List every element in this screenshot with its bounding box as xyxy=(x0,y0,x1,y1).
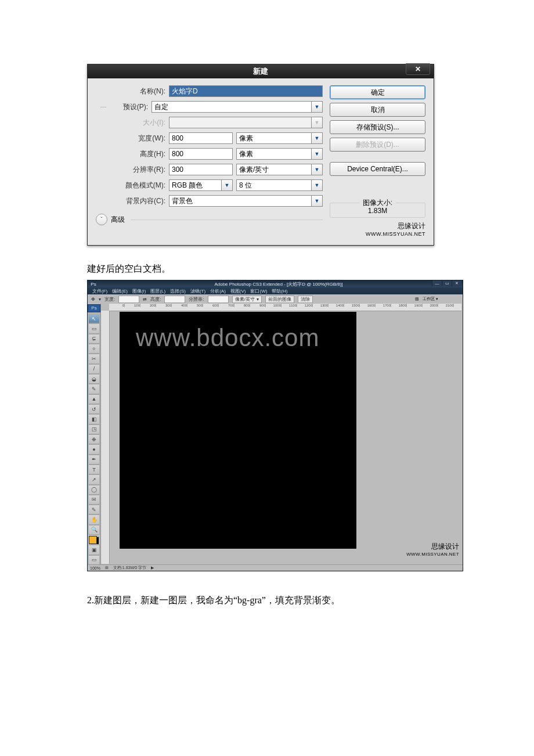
tool-blur[interactable]: ❉ xyxy=(88,434,100,444)
status-zoom[interactable]: 100% xyxy=(90,566,100,570)
clear-button[interactable]: 清除 xyxy=(298,296,313,303)
tool-zoom[interactable]: 🔍 xyxy=(88,525,100,535)
tool-stamp[interactable]: ▲ xyxy=(88,394,100,404)
ps-canvas-area: 0100200300400500600700800900100011001200… xyxy=(101,304,463,565)
chevron-down-icon: ▼ xyxy=(311,180,322,190)
status-arrow-icon[interactable]: ▶ xyxy=(151,566,154,570)
cancel-button[interactable]: 取消 xyxy=(330,103,425,117)
menu-layer[interactable]: 图层(L) xyxy=(150,288,165,294)
name-input[interactable] xyxy=(169,85,323,97)
minimize-button[interactable]: — xyxy=(432,280,442,286)
tool-screenmode[interactable]: ▭ xyxy=(88,555,100,565)
tool-crop[interactable]: ✂ xyxy=(88,354,100,363)
tool-eyedropper[interactable]: ✎ xyxy=(88,505,100,514)
ps-menubar: 文件(F) 编辑(E) 图像(I) 图层(L) 选择(S) 滤镜(T) 分析(A… xyxy=(88,287,463,294)
resolution-unit-select[interactable]: 像素/英寸 ▼ xyxy=(236,164,323,175)
tool-dodge[interactable]: ● xyxy=(88,444,100,454)
menu-help[interactable]: 帮助(H) xyxy=(272,288,287,294)
preset-value: 自定 xyxy=(154,102,168,112)
menu-filter[interactable]: 滤镜(T) xyxy=(190,288,205,294)
resolution-input[interactable] xyxy=(169,164,233,175)
menu-file[interactable]: 文件(F) xyxy=(92,288,107,294)
menu-select[interactable]: 选择(S) xyxy=(170,288,186,294)
caption-1: 建好后的空白文档。 xyxy=(87,263,534,275)
tool-quickmask[interactable]: ▣ xyxy=(88,545,100,555)
tool-lasso[interactable]: ⊊ xyxy=(88,334,100,344)
preset-label: 预设(P): xyxy=(102,102,151,112)
tool-brush[interactable]: ✎ xyxy=(88,384,100,394)
tool-text[interactable]: T xyxy=(88,465,100,474)
tool-hand[interactable]: ✋ xyxy=(88,514,100,524)
tool-history[interactable]: ↺ xyxy=(88,404,100,414)
tool-notes[interactable]: ✉ xyxy=(88,495,100,505)
color-mode-value: RGB 颜色 xyxy=(172,181,203,190)
resolution-unit-value: 像素/英寸 xyxy=(239,165,269,175)
document-canvas[interactable] xyxy=(120,312,356,549)
close-icon: ✕ xyxy=(415,65,421,73)
ps-tools-panel: Ps ↖ ▭ ⊊ ✧ ✂ / ◒ ✎ ▲ ↺ ◧ ◳ ❉ ● ✒ T ↗ ◯ ✉ xyxy=(88,304,101,565)
image-size-box: 图像大小: 1.83M xyxy=(330,203,425,218)
advanced-toggle[interactable]: ˇ xyxy=(96,214,107,225)
menu-window[interactable]: 窗口(W) xyxy=(250,288,267,294)
ruler-vertical xyxy=(101,311,110,564)
ps-title-text: Adobe Photoshop CS3 Extended - [火焰字D @ 1… xyxy=(97,281,460,287)
delete-preset-button: 删除预设(D)... xyxy=(330,138,425,152)
preset-select[interactable]: 自定 ▼ xyxy=(151,101,323,113)
tool-move[interactable]: ↖ xyxy=(88,314,100,323)
menu-view[interactable]: 视图(V) xyxy=(230,288,246,294)
opt-res-input[interactable] xyxy=(208,296,229,303)
color-mode-select[interactable]: RGB 颜色 ▼ xyxy=(169,179,233,191)
ps-status-bar: 100% ⊞ 文档:1.83M/0 字节 ▶ xyxy=(88,564,463,571)
tool-slice[interactable]: / xyxy=(88,364,100,374)
workspace-select[interactable]: 工作区 ▾ xyxy=(423,296,438,302)
opt-width-input[interactable] xyxy=(118,296,139,303)
tool-gradient[interactable]: ◳ xyxy=(88,424,100,434)
width-unit-value: 像素 xyxy=(239,134,253,143)
tool-marquee[interactable]: ▭ xyxy=(88,323,100,333)
height-unit-select[interactable]: 像素 ▼ xyxy=(236,148,323,160)
opt-res-label: 分辨率: xyxy=(189,296,204,303)
device-central-button[interactable]: Device Central(E)... xyxy=(330,162,425,176)
width-unit-select[interactable]: 像素 ▼ xyxy=(236,132,323,144)
ps-options-bar: ✥ ▾ 宽度: ⇄ 高度: 分辨率: 像素/英寸 ▾ 前面的图像 清除 ▧ 工作… xyxy=(88,294,463,304)
chevron-down-icon: ▼ xyxy=(311,164,322,175)
front-image-button[interactable]: 前面的图像 xyxy=(265,296,294,303)
height-input[interactable] xyxy=(169,148,233,160)
resolution-label: 分辨率(R): xyxy=(96,165,169,175)
workspace-icon: ▧ xyxy=(415,297,419,301)
menu-image[interactable]: 图像(I) xyxy=(132,288,146,294)
foreground-color-swatch xyxy=(89,536,97,544)
width-label: 宽度(W): xyxy=(96,134,169,143)
background-content-select[interactable]: 背景色 ▼ xyxy=(169,195,323,207)
ok-button[interactable]: 确定 xyxy=(330,85,425,99)
tool-wand[interactable]: ✧ xyxy=(88,344,100,354)
chevron-down-icon: ▼ xyxy=(311,196,322,206)
step-2-text: 2.新建图层，新建一图层，我命名为“bg-gra”，填充背景渐变。 xyxy=(87,595,534,607)
size-label: 大小(I): xyxy=(96,118,169,128)
save-preset-button[interactable]: 存储预设(S)... xyxy=(330,120,425,134)
tool-shape[interactable]: ◯ xyxy=(88,485,100,495)
image-size-title: 图像大小: xyxy=(359,198,396,208)
tool-icon: ✥ xyxy=(91,297,95,302)
tool-path[interactable]: ↗ xyxy=(88,474,100,484)
menu-analysis[interactable]: 分析(A) xyxy=(210,288,226,294)
tool-heal[interactable]: ◒ xyxy=(88,374,100,384)
height-label: 高度(H): xyxy=(96,149,169,159)
maximize-button[interactable]: ▭ xyxy=(442,280,452,286)
background-content-label: 背景内容(C): xyxy=(96,196,169,206)
dialog-titlebar: 新建 ✕ xyxy=(88,64,434,78)
opt-res-unit-select[interactable]: 像素/英寸 ▾ xyxy=(232,296,262,303)
chevron-down-icon: ▼ xyxy=(311,133,322,143)
tool-pen[interactable]: ✒ xyxy=(88,455,100,465)
ps-logo-icon: Ps xyxy=(88,304,100,312)
menu-edit[interactable]: 编辑(E) xyxy=(112,288,128,294)
chevron-down-icon: ▼ xyxy=(311,149,322,159)
width-input[interactable] xyxy=(169,132,233,144)
window-close-button[interactable]: ✕ xyxy=(452,280,461,286)
bit-depth-select[interactable]: 8 位 ▼ xyxy=(236,179,323,191)
tool-eraser[interactable]: ◧ xyxy=(88,414,100,424)
close-button[interactable]: ✕ xyxy=(406,63,430,75)
color-swatches[interactable] xyxy=(89,536,99,545)
opt-height-input[interactable] xyxy=(164,296,185,303)
size-select: ▼ xyxy=(169,117,323,128)
